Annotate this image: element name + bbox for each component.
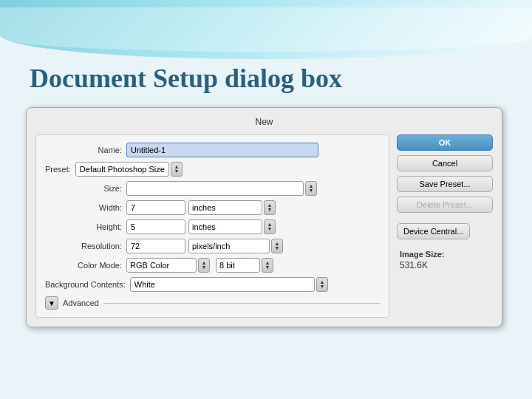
width-input[interactable] bbox=[126, 200, 185, 215]
height-stepper[interactable]: ▲▼ bbox=[264, 219, 276, 234]
size-input[interactable] bbox=[126, 181, 304, 196]
resolution-label: Resolution: bbox=[45, 242, 126, 250]
preset-label: Preset: bbox=[45, 165, 75, 174]
color-mode-stepper[interactable]: ▲▼ bbox=[198, 258, 210, 273]
resolution-unit-select[interactable]: pixels/inch pixels/cm bbox=[188, 239, 270, 253]
size-select-wrap: ▲▼ bbox=[126, 181, 317, 196]
size-stepper[interactable]: ▲▼ bbox=[305, 181, 317, 196]
dialog-title: New bbox=[35, 117, 493, 127]
bg-contents-label: Background Contents: bbox=[45, 280, 130, 289]
color-mode-select[interactable]: RGB Color CMYK Color Grayscale bbox=[126, 258, 197, 273]
ok-button[interactable]: OK bbox=[397, 134, 493, 151]
resolution-input[interactable] bbox=[126, 239, 185, 253]
advanced-label: Advanced bbox=[63, 299, 99, 307]
bg-contents-stepper[interactable]: ▲▼ bbox=[316, 277, 328, 292]
device-central-button[interactable]: Device Central... bbox=[397, 223, 470, 239]
height-input[interactable] bbox=[126, 219, 185, 234]
preset-row: Preset: Default Photoshop Size ▲▼ bbox=[45, 162, 380, 177]
save-preset-button[interactable]: Save Preset... bbox=[397, 176, 493, 192]
name-label: Name: bbox=[45, 146, 126, 154]
delete-preset-button[interactable]: Delete Preset... bbox=[397, 197, 493, 213]
image-size-section: Image Size: 531.6K bbox=[397, 250, 493, 270]
preset-select[interactable]: Default Photoshop Size bbox=[75, 162, 169, 177]
bg-contents-row: Background Contents: White Background Co… bbox=[45, 277, 380, 292]
resolution-row: Resolution: pixels/inch pixels/cm ▲▼ bbox=[45, 239, 380, 253]
dialog-left-panel: Name: Preset: Default Photoshop Size ▲▼ … bbox=[35, 134, 389, 318]
size-row: Size: ▲▼ bbox=[45, 181, 380, 196]
advanced-toggle-button[interactable]: ▼ bbox=[45, 296, 58, 310]
preset-select-wrap: Default Photoshop Size ▲▼ bbox=[75, 162, 183, 177]
color-mode-label: Color Mode: bbox=[45, 261, 126, 270]
bit-depth-stepper[interactable]: ▲▼ bbox=[262, 258, 273, 273]
bit-depth-select[interactable]: 8 bit 16 bit 32 bit bbox=[216, 258, 260, 273]
advanced-row: ▼ Advanced bbox=[45, 296, 380, 310]
dialog-body: Name: Preset: Default Photoshop Size ▲▼ … bbox=[35, 134, 493, 318]
background-wave-2 bbox=[0, 7, 532, 52]
page-title: Document Setup dialog box bbox=[30, 63, 342, 94]
color-mode-row: Color Mode: RGB Color CMYK Color Graysca… bbox=[45, 258, 380, 273]
height-label: Height: bbox=[45, 222, 126, 231]
size-label: Size: bbox=[45, 184, 126, 193]
width-row: Width: inches cm pixels ▲▼ bbox=[45, 200, 380, 215]
width-stepper[interactable]: ▲▼ bbox=[264, 200, 276, 215]
height-row: Height: inches cm pixels ▲▼ bbox=[45, 219, 380, 234]
color-mode-wrap: RGB Color CMYK Color Grayscale ▲▼ bbox=[126, 258, 210, 273]
device-central-wrapper: Device Central... bbox=[397, 223, 493, 239]
bg-contents-select[interactable]: White Background Color Transparent bbox=[130, 277, 315, 292]
preset-stepper[interactable]: ▲▼ bbox=[171, 162, 183, 177]
name-input[interactable] bbox=[126, 143, 318, 157]
advanced-divider bbox=[103, 303, 380, 304]
image-size-label: Image Size: bbox=[400, 250, 493, 259]
bg-contents-wrap: White Background Color Transparent ▲▼ bbox=[130, 277, 328, 292]
resolution-stepper[interactable]: ▲▼ bbox=[271, 239, 283, 253]
height-unit-select[interactable]: inches cm pixels bbox=[188, 219, 262, 234]
bit-depth-wrap: 8 bit 16 bit 32 bit ▲▼ bbox=[213, 258, 273, 273]
name-row: Name: bbox=[45, 143, 380, 157]
cancel-button[interactable]: Cancel bbox=[397, 155, 493, 171]
width-unit-select[interactable]: inches cm pixels bbox=[188, 200, 262, 215]
new-document-dialog: New Name: Preset: Default Photoshop Size… bbox=[26, 107, 502, 327]
dialog-right-panel: OK Cancel Save Preset... Delete Preset..… bbox=[397, 134, 493, 318]
image-size-value: 531.6K bbox=[400, 260, 493, 270]
width-label: Width: bbox=[45, 203, 126, 212]
